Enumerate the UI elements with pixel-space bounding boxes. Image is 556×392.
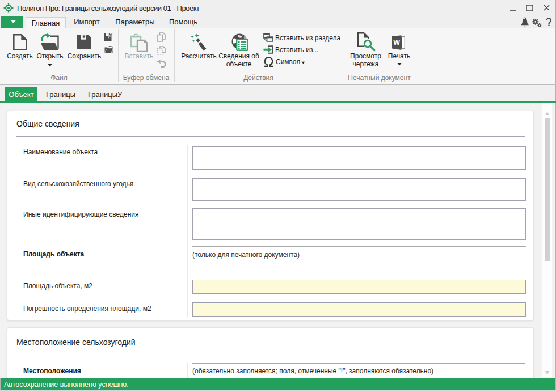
- svg-text:W: W: [393, 39, 400, 47]
